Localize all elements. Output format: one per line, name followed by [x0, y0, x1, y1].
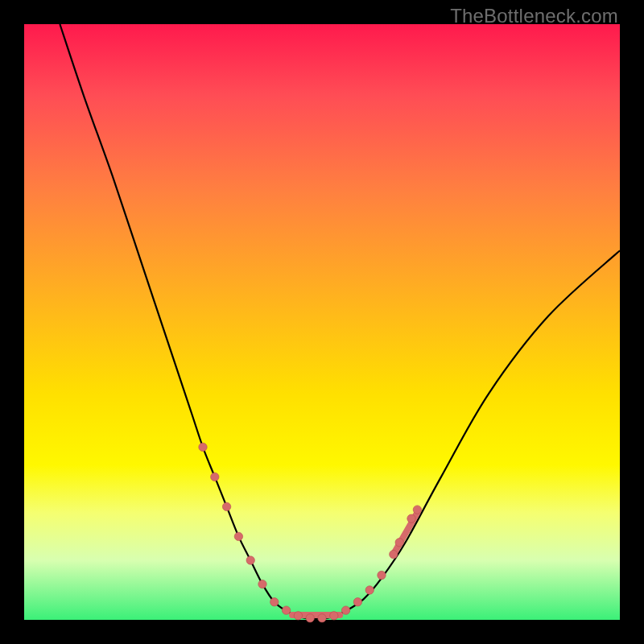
bead-point — [353, 598, 361, 606]
bead-point — [246, 556, 254, 564]
bottleneck-curve — [60, 24, 620, 619]
bead-point — [282, 606, 290, 614]
bead-point — [270, 598, 279, 606]
bead-point — [413, 506, 421, 514]
bead-point — [390, 550, 398, 558]
bead-point — [211, 473, 219, 481]
curve-svg — [24, 24, 620, 620]
bead-point — [365, 586, 374, 594]
bead-point — [199, 443, 207, 451]
bead-point — [294, 612, 302, 620]
bead-point — [222, 502, 230, 510]
bead-point — [234, 532, 242, 540]
bead-point — [407, 514, 415, 522]
bead-point — [330, 612, 338, 620]
bead-point — [258, 580, 266, 588]
bead-point — [378, 571, 386, 579]
chart-frame: TheBottleneck.com — [0, 0, 644, 644]
bead-point — [306, 614, 314, 622]
plot-area — [24, 24, 620, 620]
bead-point — [341, 606, 349, 614]
bead-point — [395, 539, 403, 547]
bead-point — [318, 614, 326, 622]
beads-group — [199, 443, 422, 622]
